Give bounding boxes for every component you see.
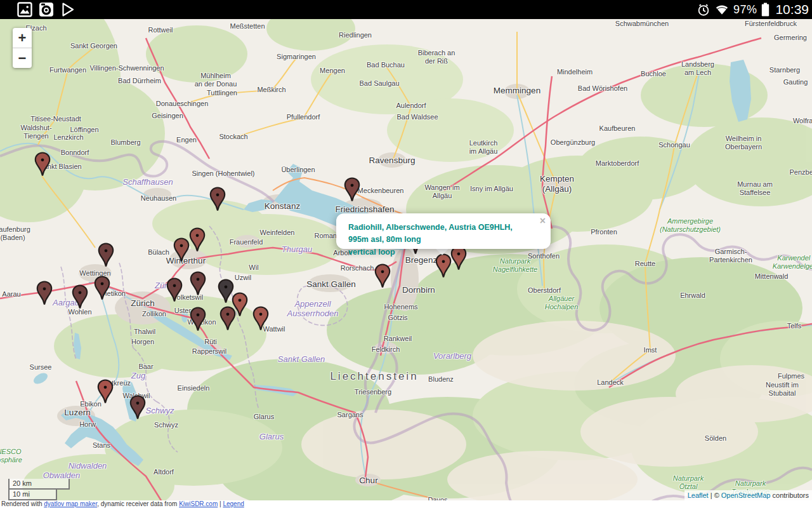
attribution-suffix: contributors <box>770 491 809 499</box>
receiver-marker[interactable] <box>209 187 226 212</box>
receiver-marker[interactable] <box>219 306 236 331</box>
receiver-marker[interactable] <box>72 284 88 310</box>
gallery-icon <box>17 2 32 17</box>
play-store-icon <box>60 2 75 17</box>
status-bar-system: 97% 10:39 <box>697 2 812 17</box>
popup-line2: vertical loop <box>348 248 395 257</box>
scale-km: 20 km <box>8 479 70 490</box>
zoom-control: + − <box>13 28 32 68</box>
zoom-out-button[interactable]: − <box>13 48 32 68</box>
receiver-marker[interactable] <box>190 271 206 297</box>
receiver-marker[interactable] <box>190 307 206 332</box>
alarm-icon <box>697 3 710 17</box>
receiver-marker[interactable] <box>34 152 51 177</box>
receiver-marker[interactable] <box>94 276 110 301</box>
battery-percent: 97% <box>733 3 757 17</box>
receiver-marker[interactable] <box>166 277 183 303</box>
leaflet-link[interactable]: Leaflet <box>688 491 709 499</box>
receiver-marker[interactable] <box>97 379 114 404</box>
receiver-marker[interactable] <box>98 243 114 268</box>
receiver-marker[interactable] <box>173 237 190 263</box>
attribution-separator: | © <box>709 491 721 499</box>
receiver-marker[interactable] <box>374 264 391 289</box>
popup-line1: Radiohill, Alberschwende, Austria OE9HLH… <box>348 223 513 244</box>
receiver-marker[interactable] <box>189 227 206 253</box>
clock: 10:39 <box>774 2 809 17</box>
dyatlov-map-maker-link[interactable]: dyatlov map maker <box>44 500 97 507</box>
receiver-marker[interactable] <box>252 306 269 331</box>
camera-icon <box>39 2 54 17</box>
zoom-in-button[interactable]: + <box>13 28 32 48</box>
receiver-popup-link[interactable]: Radiohill, Alberschwende, Austria OE9HLH… <box>336 213 551 258</box>
attrib-prefix: Rendered with <box>1 500 44 507</box>
attrib-middle: , dynamic receiver data from <box>97 500 179 507</box>
map-viewport[interactable]: ElzachSankt GeorgenRottweilMeßstettenRie… <box>0 0 812 508</box>
legend-link[interactable]: Legend <box>223 500 244 507</box>
receiver-marker[interactable] <box>36 281 53 306</box>
popup-close-icon[interactable]: × <box>540 215 546 227</box>
receiver-marker[interactable] <box>344 177 360 203</box>
wifi-icon <box>715 3 729 17</box>
kiwisdr-link[interactable]: KiwiSDR.com <box>179 500 218 507</box>
battery-icon <box>761 3 769 17</box>
osm-link[interactable]: OpenStreetMap <box>721 491 771 499</box>
render-attribution: Rendered with dyatlov map maker, dynamic… <box>0 500 812 508</box>
android-status-bar: 97% 10:39 <box>0 0 812 19</box>
receiver-marker[interactable] <box>129 395 146 420</box>
scale-mi: 10 mi <box>8 490 57 500</box>
status-bar-notifications <box>0 2 75 17</box>
receiver-popup: Radiohill, Alberschwende, Austria OE9HLH… <box>336 213 551 249</box>
leaflet-attribution: Leaflet | © OpenStreetMap contributors <box>684 490 812 500</box>
scale-control: 20 km 10 mi <box>8 479 70 500</box>
